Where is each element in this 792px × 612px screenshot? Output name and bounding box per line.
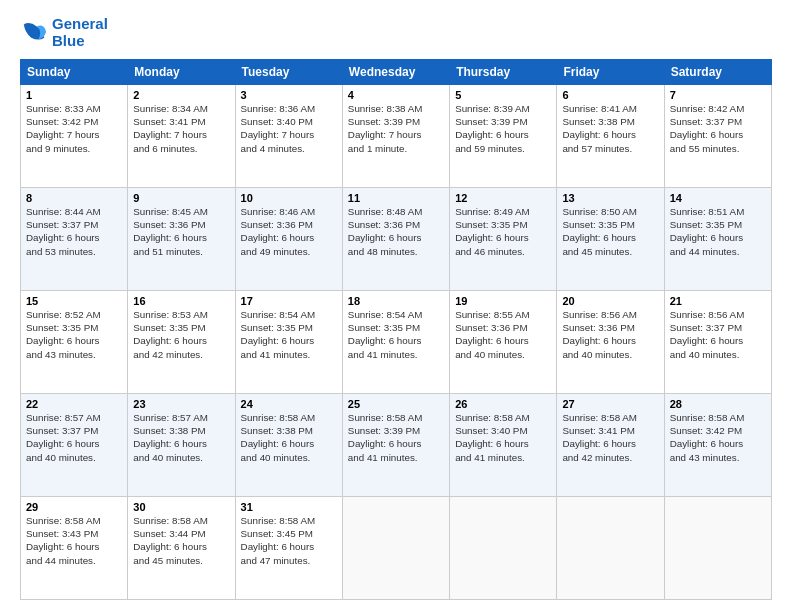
calendar-header-row: SundayMondayTuesdayWednesdayThursdayFrid… — [21, 60, 772, 85]
calendar-header-saturday: Saturday — [664, 60, 771, 85]
day-info: Sunrise: 8:51 AM Sunset: 3:35 PM Dayligh… — [670, 205, 766, 258]
calendar-day-cell: 28Sunrise: 8:58 AM Sunset: 3:42 PM Dayli… — [664, 394, 771, 497]
calendar-day-cell: 29Sunrise: 8:58 AM Sunset: 3:43 PM Dayli… — [21, 497, 128, 600]
calendar-day-cell: 3Sunrise: 8:36 AM Sunset: 3:40 PM Daylig… — [235, 85, 342, 188]
calendar-empty-cell — [664, 497, 771, 600]
calendar-header-sunday: Sunday — [21, 60, 128, 85]
calendar-week-row: 1Sunrise: 8:33 AM Sunset: 3:42 PM Daylig… — [21, 85, 772, 188]
calendar-day-cell: 25Sunrise: 8:58 AM Sunset: 3:39 PM Dayli… — [342, 394, 449, 497]
calendar-day-cell: 10Sunrise: 8:46 AM Sunset: 3:36 PM Dayli… — [235, 188, 342, 291]
calendar-header-monday: Monday — [128, 60, 235, 85]
day-info: Sunrise: 8:36 AM Sunset: 3:40 PM Dayligh… — [241, 102, 337, 155]
calendar-day-cell: 18Sunrise: 8:54 AM Sunset: 3:35 PM Dayli… — [342, 291, 449, 394]
day-number: 14 — [670, 192, 766, 204]
day-info: Sunrise: 8:39 AM Sunset: 3:39 PM Dayligh… — [455, 102, 551, 155]
calendar-day-cell: 21Sunrise: 8:56 AM Sunset: 3:37 PM Dayli… — [664, 291, 771, 394]
day-info: Sunrise: 8:54 AM Sunset: 3:35 PM Dayligh… — [348, 308, 444, 361]
calendar-header-friday: Friday — [557, 60, 664, 85]
day-number: 26 — [455, 398, 551, 410]
day-number: 5 — [455, 89, 551, 101]
page: General Blue SundayMondayTuesdayWednesda… — [0, 0, 792, 612]
day-info: Sunrise: 8:56 AM Sunset: 3:37 PM Dayligh… — [670, 308, 766, 361]
day-number: 24 — [241, 398, 337, 410]
calendar-day-cell: 20Sunrise: 8:56 AM Sunset: 3:36 PM Dayli… — [557, 291, 664, 394]
day-number: 28 — [670, 398, 766, 410]
day-info: Sunrise: 8:50 AM Sunset: 3:35 PM Dayligh… — [562, 205, 658, 258]
day-info: Sunrise: 8:57 AM Sunset: 3:37 PM Dayligh… — [26, 411, 122, 464]
day-number: 30 — [133, 501, 229, 513]
day-info: Sunrise: 8:45 AM Sunset: 3:36 PM Dayligh… — [133, 205, 229, 258]
day-info: Sunrise: 8:58 AM Sunset: 3:45 PM Dayligh… — [241, 514, 337, 567]
day-info: Sunrise: 8:58 AM Sunset: 3:40 PM Dayligh… — [455, 411, 551, 464]
calendar-day-cell: 15Sunrise: 8:52 AM Sunset: 3:35 PM Dayli… — [21, 291, 128, 394]
calendar-day-cell: 17Sunrise: 8:54 AM Sunset: 3:35 PM Dayli… — [235, 291, 342, 394]
day-info: Sunrise: 8:54 AM Sunset: 3:35 PM Dayligh… — [241, 308, 337, 361]
calendar-day-cell: 31Sunrise: 8:58 AM Sunset: 3:45 PM Dayli… — [235, 497, 342, 600]
day-number: 23 — [133, 398, 229, 410]
calendar-day-cell: 24Sunrise: 8:58 AM Sunset: 3:38 PM Dayli… — [235, 394, 342, 497]
calendar-day-cell: 14Sunrise: 8:51 AM Sunset: 3:35 PM Dayli… — [664, 188, 771, 291]
calendar-day-cell: 5Sunrise: 8:39 AM Sunset: 3:39 PM Daylig… — [450, 85, 557, 188]
day-info: Sunrise: 8:55 AM Sunset: 3:36 PM Dayligh… — [455, 308, 551, 361]
calendar-week-row: 15Sunrise: 8:52 AM Sunset: 3:35 PM Dayli… — [21, 291, 772, 394]
calendar-day-cell: 1Sunrise: 8:33 AM Sunset: 3:42 PM Daylig… — [21, 85, 128, 188]
day-number: 31 — [241, 501, 337, 513]
day-info: Sunrise: 8:56 AM Sunset: 3:36 PM Dayligh… — [562, 308, 658, 361]
day-info: Sunrise: 8:44 AM Sunset: 3:37 PM Dayligh… — [26, 205, 122, 258]
calendar-day-cell: 22Sunrise: 8:57 AM Sunset: 3:37 PM Dayli… — [21, 394, 128, 497]
day-number: 27 — [562, 398, 658, 410]
calendar-day-cell: 6Sunrise: 8:41 AM Sunset: 3:38 PM Daylig… — [557, 85, 664, 188]
calendar-day-cell: 23Sunrise: 8:57 AM Sunset: 3:38 PM Dayli… — [128, 394, 235, 497]
day-number: 17 — [241, 295, 337, 307]
day-number: 29 — [26, 501, 122, 513]
calendar-header-tuesday: Tuesday — [235, 60, 342, 85]
calendar-table: SundayMondayTuesdayWednesdayThursdayFrid… — [20, 59, 772, 600]
day-number: 6 — [562, 89, 658, 101]
logo-text: General Blue — [52, 16, 108, 49]
day-number: 3 — [241, 89, 337, 101]
calendar-header-wednesday: Wednesday — [342, 60, 449, 85]
logo: General Blue — [20, 16, 108, 49]
calendar-day-cell: 4Sunrise: 8:38 AM Sunset: 3:39 PM Daylig… — [342, 85, 449, 188]
day-number: 25 — [348, 398, 444, 410]
day-number: 1 — [26, 89, 122, 101]
day-info: Sunrise: 8:58 AM Sunset: 3:43 PM Dayligh… — [26, 514, 122, 567]
day-info: Sunrise: 8:41 AM Sunset: 3:38 PM Dayligh… — [562, 102, 658, 155]
day-number: 4 — [348, 89, 444, 101]
day-info: Sunrise: 8:52 AM Sunset: 3:35 PM Dayligh… — [26, 308, 122, 361]
day-number: 9 — [133, 192, 229, 204]
day-info: Sunrise: 8:46 AM Sunset: 3:36 PM Dayligh… — [241, 205, 337, 258]
calendar-week-row: 8Sunrise: 8:44 AM Sunset: 3:37 PM Daylig… — [21, 188, 772, 291]
day-number: 2 — [133, 89, 229, 101]
day-info: Sunrise: 8:58 AM Sunset: 3:41 PM Dayligh… — [562, 411, 658, 464]
calendar-day-cell: 13Sunrise: 8:50 AM Sunset: 3:35 PM Dayli… — [557, 188, 664, 291]
calendar-day-cell: 26Sunrise: 8:58 AM Sunset: 3:40 PM Dayli… — [450, 394, 557, 497]
day-info: Sunrise: 8:38 AM Sunset: 3:39 PM Dayligh… — [348, 102, 444, 155]
day-number: 20 — [562, 295, 658, 307]
day-number: 7 — [670, 89, 766, 101]
header: General Blue — [20, 16, 772, 49]
calendar-day-cell: 2Sunrise: 8:34 AM Sunset: 3:41 PM Daylig… — [128, 85, 235, 188]
day-number: 15 — [26, 295, 122, 307]
calendar-day-cell: 27Sunrise: 8:58 AM Sunset: 3:41 PM Dayli… — [557, 394, 664, 497]
day-info: Sunrise: 8:57 AM Sunset: 3:38 PM Dayligh… — [133, 411, 229, 464]
calendar-week-row: 22Sunrise: 8:57 AM Sunset: 3:37 PM Dayli… — [21, 394, 772, 497]
day-info: Sunrise: 8:58 AM Sunset: 3:44 PM Dayligh… — [133, 514, 229, 567]
calendar-empty-cell — [342, 497, 449, 600]
calendar-day-cell: 11Sunrise: 8:48 AM Sunset: 3:36 PM Dayli… — [342, 188, 449, 291]
day-number: 11 — [348, 192, 444, 204]
day-info: Sunrise: 8:42 AM Sunset: 3:37 PM Dayligh… — [670, 102, 766, 155]
day-number: 10 — [241, 192, 337, 204]
day-info: Sunrise: 8:34 AM Sunset: 3:41 PM Dayligh… — [133, 102, 229, 155]
day-number: 16 — [133, 295, 229, 307]
logo-icon — [20, 19, 48, 47]
calendar-day-cell: 19Sunrise: 8:55 AM Sunset: 3:36 PM Dayli… — [450, 291, 557, 394]
day-info: Sunrise: 8:53 AM Sunset: 3:35 PM Dayligh… — [133, 308, 229, 361]
calendar-empty-cell — [557, 497, 664, 600]
calendar-week-row: 29Sunrise: 8:58 AM Sunset: 3:43 PM Dayli… — [21, 497, 772, 600]
day-number: 21 — [670, 295, 766, 307]
day-number: 18 — [348, 295, 444, 307]
day-info: Sunrise: 8:58 AM Sunset: 3:39 PM Dayligh… — [348, 411, 444, 464]
calendar-day-cell: 12Sunrise: 8:49 AM Sunset: 3:35 PM Dayli… — [450, 188, 557, 291]
day-info: Sunrise: 8:33 AM Sunset: 3:42 PM Dayligh… — [26, 102, 122, 155]
